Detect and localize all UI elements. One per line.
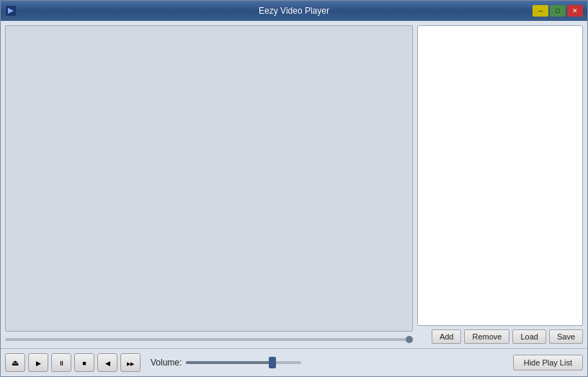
volume-handle[interactable] (269, 357, 276, 368)
playlist-area (417, 25, 583, 326)
title-bar: Eezy Video Player (1, 1, 587, 21)
stop-icon (82, 359, 86, 367)
pause-icon (58, 359, 65, 367)
main-window: Eezy Video Player Add Remove Load Sav (0, 0, 588, 377)
minimize-button[interactable] (533, 5, 548, 17)
seek-bar-container (5, 335, 413, 344)
remove-button[interactable]: Remove (464, 329, 509, 344)
video-display (5, 25, 413, 332)
prev-icon (105, 359, 110, 367)
title-bar-left (5, 5, 17, 17)
volume-fill (186, 361, 272, 364)
eject-button[interactable] (5, 353, 25, 372)
left-panel (5, 25, 413, 344)
maximize-button[interactable] (550, 5, 566, 17)
next-button[interactable] (120, 353, 141, 372)
save-button[interactable]: Save (549, 329, 583, 344)
seek-handle[interactable] (406, 336, 413, 343)
right-panel: Add Remove Load Save (417, 25, 583, 344)
seek-bar[interactable] (5, 338, 413, 341)
load-button[interactable]: Load (512, 329, 545, 344)
close-button[interactable] (567, 5, 583, 17)
play-icon (36, 359, 41, 367)
playlist-buttons: Add Remove Load Save (417, 329, 583, 344)
hide-playlist-button[interactable]: Hide Play List (513, 355, 583, 371)
eject-icon (12, 358, 19, 368)
stop-button[interactable] (74, 353, 94, 372)
add-button[interactable]: Add (432, 329, 462, 344)
play-button[interactable] (28, 353, 48, 372)
app-icon (5, 5, 17, 17)
window-title: Eezy Video Player (259, 6, 329, 16)
volume-label: Volume: (151, 358, 182, 368)
title-buttons (533, 5, 583, 17)
content-area: Add Remove Load Save (1, 21, 587, 348)
prev-button[interactable] (97, 353, 117, 372)
controls-bar: Volume: Hide Play List (1, 348, 587, 376)
volume-slider[interactable] (186, 361, 301, 364)
pause-button[interactable] (51, 353, 71, 372)
next-icon (127, 359, 134, 367)
volume-container: Volume: (151, 358, 301, 368)
